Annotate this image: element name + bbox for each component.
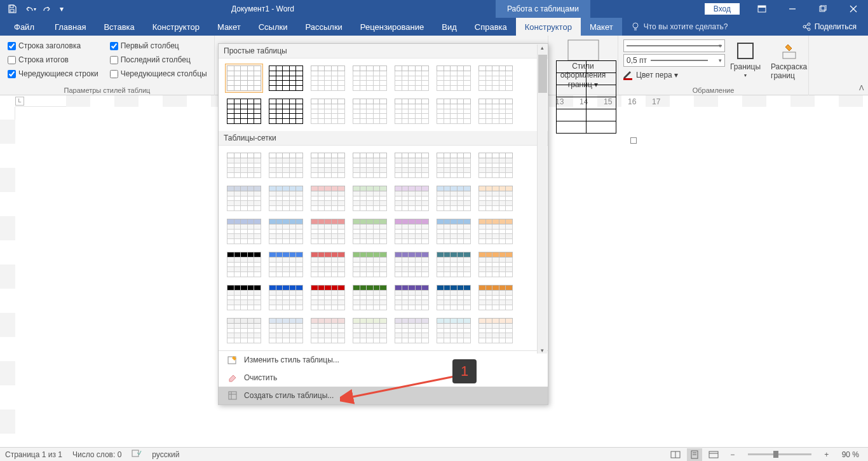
table-style-thumb[interactable] [267, 97, 305, 126]
tab-mailings[interactable]: Рассылки [296, 18, 351, 36]
table-style-thumb[interactable] [351, 217, 389, 246]
line-style-dropdown[interactable] [623, 39, 725, 52]
table-style-thumb[interactable] [351, 184, 389, 213]
table-style-thumb[interactable] [225, 64, 263, 93]
check-first-column[interactable]: Первый столбец [110, 39, 207, 52]
table-style-thumb[interactable] [477, 64, 515, 93]
tab-home[interactable]: Главная [46, 18, 95, 36]
table-style-thumb[interactable] [393, 250, 431, 279]
check-header-row[interactable]: Строка заголовка [8, 39, 98, 52]
tell-me-search[interactable]: Что вы хотите сделать? [622, 18, 737, 36]
line-weight-dropdown[interactable]: 0,5 пт [623, 54, 725, 67]
menu-new-style[interactable]: Создать стиль таблицы... [219, 387, 548, 404]
view-print-layout[interactable] [687, 448, 702, 461]
check-last-column[interactable]: Последний столбец [110, 53, 207, 66]
undo-button[interactable]: ▾ [22, 1, 38, 17]
table-style-thumb[interactable] [267, 283, 305, 312]
vertical-ruler[interactable] [0, 107, 15, 447]
table-style-thumb[interactable] [435, 250, 473, 279]
view-web-layout[interactable] [706, 448, 721, 461]
gallery-scrollbar[interactable]: ▴ ▾ [537, 45, 547, 354]
table-style-thumb[interactable] [435, 151, 473, 180]
table-style-thumb[interactable] [267, 316, 305, 345]
table-style-thumb[interactable] [435, 97, 473, 126]
table-style-thumb[interactable] [393, 97, 431, 126]
tab-table-layout[interactable]: Макет [581, 18, 622, 36]
tab-selector[interactable]: L [15, 97, 24, 106]
table-style-thumb[interactable] [477, 217, 515, 246]
tab-view[interactable]: Вид [433, 18, 466, 36]
table-style-thumb[interactable] [477, 283, 515, 312]
table-style-thumb[interactable] [477, 316, 515, 345]
table-style-thumb[interactable] [351, 97, 389, 126]
table-style-thumb[interactable] [309, 151, 347, 180]
tab-table-design[interactable]: Конструктор [516, 18, 581, 36]
status-language[interactable]: русский [152, 450, 179, 459]
view-read-mode[interactable] [668, 448, 683, 461]
maximize-button[interactable] [808, 0, 837, 18]
table-style-thumb[interactable] [435, 316, 473, 345]
tab-layout[interactable]: Макет [208, 18, 250, 36]
table-style-thumb[interactable] [477, 151, 515, 180]
table-style-thumb[interactable] [309, 217, 347, 246]
check-banded-columns[interactable]: Чередующиеся столбцы [110, 67, 207, 80]
table-style-thumb[interactable] [225, 316, 263, 345]
table-style-thumb[interactable] [267, 64, 305, 93]
table-style-thumb[interactable] [309, 316, 347, 345]
status-word-count[interactable]: Число слов: 0 [72, 450, 121, 459]
scrollbar-thumb[interactable] [538, 55, 547, 93]
check-banded-rows[interactable]: Чередующиеся строки [8, 67, 98, 80]
table-style-thumb[interactable] [477, 250, 515, 279]
status-spellcheck-icon[interactable] [132, 449, 142, 460]
table-style-thumb[interactable] [225, 151, 263, 180]
close-button[interactable] [839, 0, 868, 18]
tab-review[interactable]: Рецензирование [351, 18, 433, 36]
table-style-thumb[interactable] [393, 217, 431, 246]
table-style-thumb[interactable] [267, 184, 305, 213]
collapse-ribbon-button[interactable]: ᐱ [859, 84, 864, 92]
table-style-thumb[interactable] [477, 97, 515, 126]
table-style-thumb[interactable] [267, 250, 305, 279]
ribbon-display-options[interactable] [747, 0, 776, 18]
table-style-thumb[interactable] [393, 316, 431, 345]
menu-modify-style[interactable]: Изменить стиль таблицы... [219, 351, 548, 369]
table-style-thumb[interactable] [477, 184, 515, 213]
table-style-thumb[interactable] [309, 250, 347, 279]
tab-help[interactable]: Справка [466, 18, 516, 36]
redo-button[interactable] [39, 1, 56, 17]
table-style-thumb[interactable] [225, 184, 263, 213]
table-resize-handle[interactable] [630, 137, 637, 144]
table-style-thumb[interactable] [393, 184, 431, 213]
table-style-thumb[interactable] [435, 184, 473, 213]
table-style-thumb[interactable] [351, 283, 389, 312]
table-style-thumb[interactable] [351, 316, 389, 345]
document-table[interactable] [556, 60, 616, 134]
table-style-thumb[interactable] [435, 217, 473, 246]
table-style-thumb[interactable] [393, 151, 431, 180]
status-page[interactable]: Страница 1 из 1 [5, 450, 62, 459]
tab-file[interactable]: Файл [3, 18, 46, 36]
table-style-thumb[interactable] [225, 97, 263, 126]
table-style-thumb[interactable] [309, 64, 347, 93]
minimize-button[interactable] [778, 0, 807, 18]
pen-color-button[interactable]: Цвет пера ▾ [623, 69, 725, 81]
qat-customize[interactable]: ▾ [57, 1, 66, 17]
save-button[interactable] [4, 1, 20, 17]
tab-insert[interactable]: Вставка [95, 18, 143, 36]
table-style-thumb[interactable] [351, 64, 389, 93]
table-style-thumb[interactable] [393, 283, 431, 312]
table-style-thumb[interactable] [435, 64, 473, 93]
check-total-row[interactable]: Строка итогов [8, 53, 98, 66]
tab-references[interactable]: Ссылки [250, 18, 297, 36]
table-style-thumb[interactable] [267, 151, 305, 180]
zoom-slider[interactable] [748, 453, 811, 455]
menu-clear[interactable]: Очистить [219, 369, 548, 387]
table-style-thumb[interactable] [225, 250, 263, 279]
share-button[interactable]: Поделиться [790, 18, 868, 36]
table-style-thumb[interactable] [393, 64, 431, 93]
table-style-thumb[interactable] [309, 97, 347, 126]
table-style-thumb[interactable] [351, 250, 389, 279]
login-button[interactable]: Вход [705, 3, 740, 15]
tab-design[interactable]: Конструктор [144, 18, 208, 36]
table-style-thumb[interactable] [309, 283, 347, 312]
